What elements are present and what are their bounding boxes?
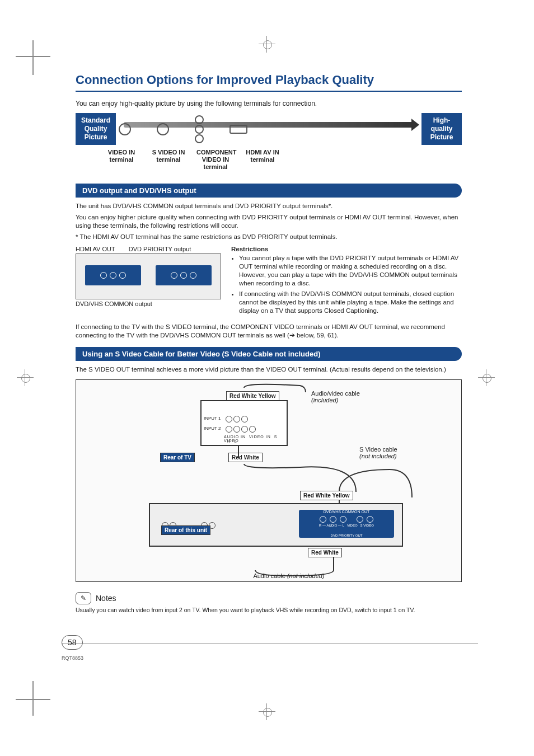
terminal-label: HDMI AV IN terminal <box>243 149 282 171</box>
high-quality-badge: High-quality Picture <box>421 113 462 145</box>
hdmi-jack-icon <box>229 125 247 134</box>
document-code: RQT8853 <box>62 655 83 661</box>
cable-paths-icon <box>76 380 461 581</box>
footer-rule <box>62 644 478 644</box>
port-block-label: DVD PRIORITY OUT <box>299 534 394 537</box>
port-block-label: DVD/VHS COMMON OUT <box>299 510 394 514</box>
intro-text: You can enjoy high-quality picture by us… <box>76 100 462 107</box>
jack-icons <box>119 115 247 143</box>
rca-jack-icon <box>119 123 131 135</box>
body-text: If connecting to the TV with the S VIDEO… <box>76 323 462 340</box>
diagram-caption: DVD/VHS COMMON output <box>76 300 221 307</box>
restrictions-title: Restrictions <box>231 246 462 252</box>
restrictions: Restrictions You cannot play a tape with… <box>231 246 462 317</box>
restriction-item: If connecting with the DVD/VHS COMMON ou… <box>239 290 462 315</box>
standard-quality-badge: Standard Quality Picture <box>76 113 116 145</box>
diagram-caption: DVD PRIORITY output <box>129 246 191 252</box>
cable-label: Audio cable <box>253 572 285 579</box>
notes-body: Usually you can watch video from input 2… <box>76 607 462 613</box>
notes-icon: ✎ <box>76 592 91 604</box>
rear-unit-label: Rear of this unit <box>161 525 210 535</box>
terminal-label: S VIDEO IN terminal <box>149 149 188 171</box>
section-heading: DVD output and DVD/VHS output <box>76 184 462 198</box>
body-text: The S VIDEO OUT terminal achieves a more… <box>76 365 462 374</box>
port-caption: S VIDEO <box>360 524 374 527</box>
terminal-label: COMPONENT VIDEO IN terminal <box>196 149 235 171</box>
section-heading: Using an S Video Cable for Better Video … <box>76 347 462 361</box>
port-caption: VIDEO <box>347 524 358 527</box>
connection-diagram: INPUT 1 INPUT 2 AUDIO IN VIDEO IN S VIDE… <box>76 379 462 582</box>
rear-panel-mini-diagram: HDMI AV OUT DVD PRIORITY output DVD/VHS … <box>76 246 221 317</box>
body-text: * The HDMI AV OUT terminal has the same … <box>76 233 462 242</box>
body-text: You can enjoy higher picture quality whe… <box>76 213 462 231</box>
body-text: The unit has DVD/VHS COMMON output termi… <box>76 202 462 211</box>
component-jack-icon <box>195 115 204 143</box>
cable-note: (not included) <box>287 572 325 579</box>
terminal-label: VIDEO IN terminal <box>102 149 140 171</box>
notes-title: Notes <box>96 594 116 603</box>
cable-color-label: Red White Yellow <box>300 491 353 500</box>
svideo-jack-icon <box>157 123 169 135</box>
diagram-caption: HDMI AV OUT <box>76 246 115 252</box>
page-title: Connection Options for Improved Playback… <box>76 73 462 92</box>
terminal-labels: VIDEO IN terminal S VIDEO IN terminal CO… <box>102 149 282 171</box>
restriction-item: You cannot play a tape with the DVD PRIO… <box>239 254 462 288</box>
cable-color-label: Red White <box>308 548 342 557</box>
port-caption: R — AUDIO — L <box>319 524 344 527</box>
page-number: 58 <box>62 635 83 650</box>
